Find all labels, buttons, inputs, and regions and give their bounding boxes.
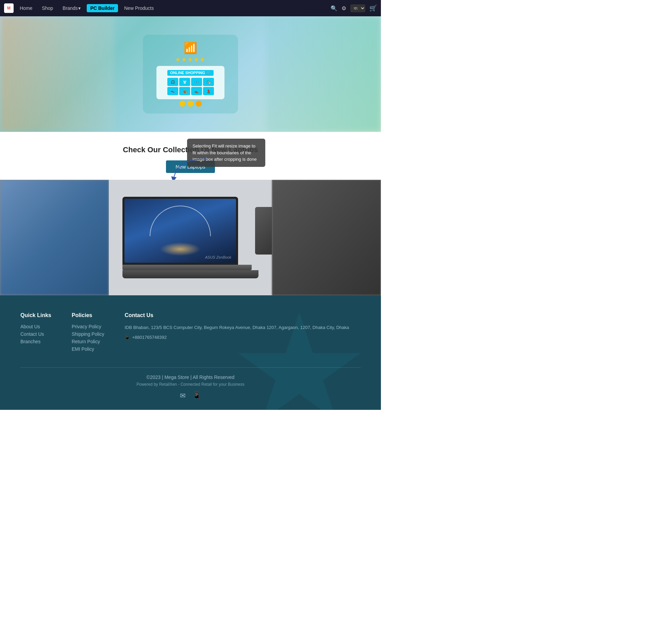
- footer-copyright: ©2023 | Mega Store | All Rights Reserved: [20, 375, 361, 380]
- hero-grid-item: 👓: [191, 78, 202, 86]
- footer-quick-links-heading: Quick Links: [20, 312, 51, 318]
- footer-link-shipping-policy[interactable]: Shipping Policy: [72, 331, 104, 337]
- chevron-down-icon: ▾: [78, 5, 81, 11]
- footer-contact: Contact Us IDB Bhaban, 123/5 BCS Compute…: [124, 312, 349, 354]
- laptop-panel-left: [0, 180, 109, 295]
- hero-product-grid: 🎧 👕 👓 🛍️ 👟 👜 👞 💄: [167, 78, 214, 95]
- laptop-screen-glow: [160, 242, 201, 256]
- hero-grid-item: 🎧: [167, 78, 178, 86]
- coin-icon: [196, 101, 202, 107]
- hero-bg-left: [0, 16, 114, 132]
- nav-new-products[interactable]: New Products: [121, 4, 157, 12]
- footer-quick-links: Quick Links About Us Contact Us Branches: [20, 312, 51, 354]
- footer-address-line1: IDB Bhaban, 123/5 BCS Computer City, Beg…: [124, 325, 234, 330]
- language-selector[interactable]: বাং: [350, 4, 365, 12]
- footer-link-about-us[interactable]: About Us: [20, 324, 51, 329]
- footer-phone: 📱 +8801765748392: [124, 335, 349, 340]
- phone-icon: 📱: [124, 335, 130, 340]
- footer-divider: [20, 367, 361, 368]
- footer-columns: Quick Links About Us Contact Us Branches…: [20, 312, 361, 354]
- hero-banner: 📶 ★★★★★ ONLINE SHOPPING 🛒 🎧 👕 👓 🛍️ 👟 👜 👞…: [0, 16, 381, 132]
- hero-stars: ★★★★★: [175, 56, 206, 63]
- footer-contact-heading: Contact Us: [124, 312, 349, 318]
- mobile-icon[interactable]: 📱: [192, 391, 201, 400]
- footer-link-emi-policy[interactable]: EMI Policy: [72, 346, 104, 352]
- footer-address: IDB Bhaban, 123/5 BCS Computer City, Beg…: [124, 324, 349, 331]
- laptop-brand-watermark: ASUS ZenBook: [205, 255, 231, 259]
- wifi-icon: 📶: [184, 41, 197, 54]
- hero-laptop-box: ONLINE SHOPPING 🛒 🎧 👕 👓 🛍️ 👟 👜 👞 💄: [156, 66, 224, 99]
- laptop-screen: ASUS ZenBook: [122, 197, 238, 265]
- footer-link-return-policy[interactable]: Return Policy: [72, 339, 104, 344]
- footer-powered-by: Powered by RetailXen - Connected Retail …: [20, 382, 361, 387]
- hero-grid-item: 👕: [179, 78, 190, 86]
- footer-social: ✉ 📱: [20, 391, 361, 400]
- coin-icon: [179, 101, 185, 107]
- cart-icon[interactable]: 🛒: [369, 4, 377, 12]
- footer-policies: Policies Privacy Policy Shipping Policy …: [72, 312, 104, 354]
- collection-section: Check Our Collection Of New Laptops New …: [0, 132, 381, 180]
- footer-address-line2: Avenue, Dhaka 1207,: [235, 325, 278, 330]
- footer-address-line4: Dhaka City, Dhaka: [313, 325, 349, 330]
- hero-bg-right: [267, 16, 381, 132]
- footer-link-privacy-policy[interactable]: Privacy Policy: [72, 324, 104, 329]
- laptop-keyboard: [122, 265, 252, 270]
- laptop-screen-display: ASUS ZenBook: [124, 199, 236, 263]
- navbar: M Home Shop Brands ▾ PC Builder New Prod…: [0, 0, 381, 16]
- hero-grid-item: 👟: [167, 87, 178, 95]
- footer-link-contact-us[interactable]: Contact Us: [20, 331, 51, 337]
- nav-logo[interactable]: M: [4, 3, 14, 13]
- footer-policies-heading: Policies: [72, 312, 104, 318]
- laptop-screen-arc: [150, 206, 211, 236]
- hero-grid-item: 💄: [203, 87, 214, 95]
- laptop-panel-right: [272, 180, 381, 295]
- nav-home[interactable]: Home: [16, 4, 36, 12]
- hero-grid-item: 👜: [179, 87, 190, 95]
- coin-icon: [187, 101, 194, 107]
- hero-shopping-label: ONLINE SHOPPING 🛒: [167, 70, 214, 76]
- footer-link-branches[interactable]: Branches: [20, 339, 51, 344]
- hero-grid-item: 🛍️: [203, 78, 214, 86]
- search-icon[interactable]: 🔍: [331, 5, 337, 12]
- tooltip-arrow: [170, 156, 211, 183]
- hero-center-card: 📶 ★★★★★ ONLINE SHOPPING 🛒 🎧 👕 👓 🛍️ 👟 👜 👞…: [143, 35, 238, 114]
- email-icon[interactable]: ✉: [180, 391, 186, 400]
- hero-coins: [179, 101, 202, 107]
- nav-brands[interactable]: Brands ▾: [59, 4, 84, 12]
- laptop-panel-center: ASUS ZenBook ASUS: [109, 180, 272, 295]
- laptop-base: [122, 270, 258, 278]
- laptops-section: ASUS ZenBook ASUS: [0, 180, 381, 295]
- hero-grid-item: 👞: [191, 87, 202, 95]
- nav-pc-builder[interactable]: PC Builder: [87, 4, 118, 12]
- settings-icon[interactable]: ⚙: [341, 5, 346, 12]
- footer-address-line3: Agargaon, 1207,: [279, 325, 311, 330]
- laptop-lid: ASUS: [255, 207, 272, 255]
- footer: Quick Links About Us Contact Us Branches…: [0, 295, 381, 410]
- laptop-image: ASUS ZenBook ASUS: [122, 197, 258, 278]
- nav-shop[interactable]: Shop: [38, 4, 56, 12]
